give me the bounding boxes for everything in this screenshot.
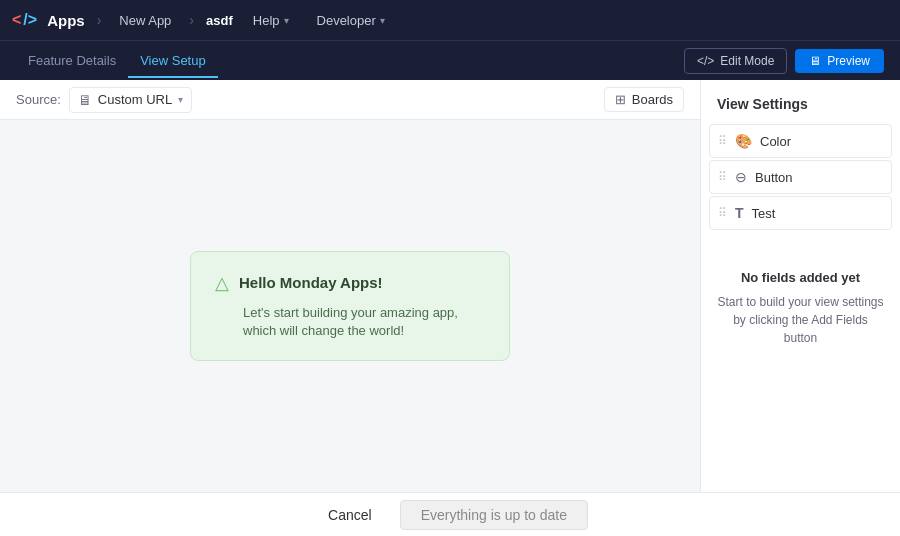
nav-new-app[interactable]: New App	[113, 9, 177, 32]
edit-mode-button[interactable]: </> Edit Mode	[684, 48, 787, 74]
field-item-test[interactable]: ⠿ T Test	[709, 196, 892, 230]
color-field-icon: 🎨	[735, 133, 752, 149]
no-fields-title: No fields added yet	[741, 270, 860, 285]
developer-menu[interactable]: Developer ▾	[309, 9, 393, 32]
separator-2: ›	[189, 12, 194, 28]
tab-view-setup[interactable]: View Setup	[128, 45, 218, 78]
top-nav: < /> Apps › New App › asdf Help ▾ Develo…	[0, 0, 900, 40]
preview-button[interactable]: 🖥 Preview	[795, 49, 884, 73]
no-fields-section: No fields added yet Start to build your …	[701, 254, 900, 363]
canvas: △ Hello Monday Apps! Let's start buildin…	[0, 120, 700, 492]
bottom-bar: Cancel Everything is up to date	[0, 492, 900, 536]
content-toolbar: Source: 🖥 Custom URL ▾ ⊞ Boards	[0, 80, 700, 120]
source-label: Source:	[16, 92, 61, 107]
logo-right: />	[23, 11, 37, 29]
chevron-down-icon: ▾	[284, 15, 289, 26]
drag-handle-icon-3: ⠿	[718, 206, 727, 220]
separator-1: ›	[97, 12, 102, 28]
cancel-button[interactable]: Cancel	[312, 501, 388, 529]
content-area: Source: 🖥 Custom URL ▾ ⊞ Boards △ Hello …	[0, 80, 700, 492]
logo-left: <	[12, 11, 21, 29]
hello-card: △ Hello Monday Apps! Let's start buildin…	[190, 251, 510, 361]
developer-label: Developer	[317, 13, 376, 28]
sub-nav: Feature Details View Setup </> Edit Mode…	[0, 40, 900, 80]
field-label-button: Button	[755, 170, 793, 185]
edit-mode-icon: </>	[697, 54, 714, 68]
chevron-down-icon-2: ▾	[380, 15, 385, 26]
tab-feature-details[interactable]: Feature Details	[16, 45, 128, 78]
source-value: Custom URL	[98, 92, 172, 107]
warning-icon: △	[215, 272, 229, 294]
hello-card-title: Hello Monday Apps!	[239, 274, 383, 291]
field-list: ⠿ 🎨 Color ⠿ ⊖ Button ⠿ T Test	[701, 124, 900, 230]
logo: < />	[12, 11, 37, 29]
drag-handle-icon-2: ⠿	[718, 170, 727, 184]
main-layout: Source: 🖥 Custom URL ▾ ⊞ Boards △ Hello …	[0, 80, 900, 492]
field-label-color: Color	[760, 134, 791, 149]
hello-card-header: △ Hello Monday Apps!	[215, 272, 485, 294]
boards-button[interactable]: ⊞ Boards	[604, 87, 684, 112]
sub-nav-actions: </> Edit Mode 🖥 Preview	[684, 48, 884, 74]
field-label-test: Test	[752, 206, 776, 221]
button-field-icon: ⊖	[735, 169, 747, 185]
monitor-small-icon: 🖥	[78, 92, 92, 108]
up-to-date-button: Everything is up to date	[400, 500, 588, 530]
monitor-icon: 🖥	[809, 54, 821, 68]
grid-icon: ⊞	[615, 92, 626, 107]
text-field-icon: T	[735, 205, 744, 221]
help-label: Help	[253, 13, 280, 28]
drag-handle-icon: ⠿	[718, 134, 727, 148]
field-item-button[interactable]: ⠿ ⊖ Button	[709, 160, 892, 194]
panel-title: View Settings	[701, 96, 900, 124]
source-chevron-icon: ▾	[178, 94, 183, 105]
source-selector[interactable]: 🖥 Custom URL ▾	[69, 87, 192, 113]
hello-card-body: Let's start building your amazing app, w…	[215, 304, 485, 340]
field-item-color[interactable]: ⠿ 🎨 Color	[709, 124, 892, 158]
right-panel: View Settings ⠿ 🎨 Color ⠿ ⊖ Button ⠿ T T…	[700, 80, 900, 492]
brand-label[interactable]: Apps	[47, 12, 85, 29]
nav-current-page: asdf	[206, 13, 233, 28]
help-menu[interactable]: Help ▾	[245, 9, 297, 32]
no-fields-desc: Start to build your view settings by cli…	[717, 293, 884, 347]
